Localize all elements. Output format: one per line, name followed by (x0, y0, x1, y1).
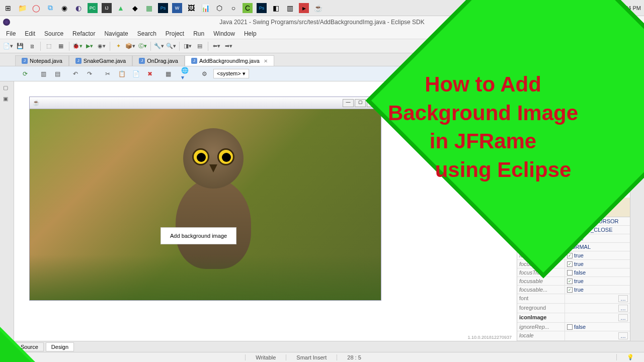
delete-button[interactable]: ✖ (145, 69, 155, 79)
new-package-button[interactable]: 📦▾ (125, 41, 135, 51)
opera-icon[interactable]: ◯ (31, 3, 41, 13)
app-icon[interactable]: ▦ (144, 3, 154, 13)
android-icon[interactable]: ▲ (116, 3, 126, 13)
background-image (30, 109, 381, 300)
save-button[interactable]: 💾 (15, 41, 25, 51)
editor-tab[interactable]: JSnakeGame.java (69, 55, 132, 66)
gutter-icon[interactable]: ▢ (3, 84, 11, 93)
version-text: 1.10.0.201812270937 (467, 335, 512, 340)
menu-search[interactable]: Search (133, 29, 160, 38)
property-row[interactable]: ignoreRep...false (517, 323, 630, 331)
property-row[interactable]: locale… (517, 331, 630, 341)
jframe-titlebar: ☕ — ▢ ✕ (30, 97, 381, 109)
property-row[interactable]: focusTrav...false (517, 268, 630, 277)
jlabel-component[interactable]: Add background image (160, 227, 236, 244)
app-icon[interactable]: C (243, 3, 253, 13)
menu-run[interactable]: Run (189, 29, 208, 38)
status-writable: Writable (245, 354, 286, 360)
word-icon[interactable]: W (172, 3, 182, 13)
refresh-button[interactable]: ⟳ (20, 69, 30, 79)
jframe-preview[interactable]: ☕ — ▢ ✕ (29, 97, 381, 301)
app-icon[interactable]: ▥ (285, 3, 295, 13)
save-all-button[interactable]: 🗎 (27, 41, 37, 51)
java-file-icon: J (139, 58, 145, 64)
menu-file[interactable]: File (2, 29, 20, 38)
run-button[interactable]: ▶▾ (85, 41, 95, 51)
status-position: 28 : 5 (337, 354, 371, 360)
menu-refactor[interactable]: Refactor (68, 29, 99, 38)
bulb-icon[interactable]: 💡 (616, 354, 644, 360)
app-icon[interactable]: ▸ (299, 3, 309, 13)
redo-button[interactable]: ↷ (85, 69, 95, 79)
app-icon[interactable]: ☕ (313, 3, 323, 13)
copy-button[interactable]: 📋 (117, 69, 127, 79)
overlay-corner (0, 327, 35, 362)
property-row[interactable]: iconImage… (517, 313, 630, 323)
paste-button[interactable]: 📄 (131, 69, 141, 79)
status-bar: Writable Smart Insert 28 : 5 💡 (0, 352, 644, 362)
java-file-icon: J (22, 58, 28, 64)
app-icon[interactable]: 🖼 (186, 3, 196, 13)
design-tab[interactable]: Design (46, 342, 74, 351)
debug-button[interactable]: 🐞▾ (72, 41, 83, 51)
forward-button[interactable]: ➡▾ (223, 41, 233, 51)
toolbar-button[interactable]: ▥ (38, 69, 48, 79)
toolbar-button[interactable]: ⬚ (44, 41, 54, 51)
toolbar-button[interactable]: ▦ (163, 69, 173, 79)
eclipse-icon[interactable]: ◐ (73, 3, 84, 13)
back-button[interactable]: ⬅▾ (211, 41, 221, 51)
undo-button[interactable]: ↶ (70, 69, 80, 79)
java-file-icon: J (75, 58, 82, 64)
toolbar-button[interactable]: ▤ (52, 69, 62, 79)
photoshop-icon[interactable]: Ps (158, 3, 168, 13)
editor-tab-active[interactable]: JAddBackgroundImg.java✕ (185, 55, 274, 66)
vscode-icon[interactable]: ⧉ (45, 3, 55, 13)
toolbar-button[interactable]: ✦ (113, 41, 123, 51)
menu-window[interactable]: Window (209, 29, 239, 38)
toolbar-button[interactable]: ▦ (56, 41, 66, 51)
toolbar-button[interactable]: ◉▾ (97, 41, 107, 51)
menu-help[interactable]: Help (240, 29, 261, 38)
minimize-icon[interactable]: — (343, 99, 354, 107)
bottom-tab-bar: Source Design (0, 341, 644, 352)
menu-navigate[interactable]: Navigate (100, 29, 132, 38)
editor-tab[interactable]: JOnDrag.java (132, 55, 185, 66)
close-tab-icon[interactable]: ✕ (264, 58, 268, 64)
overlay-title: How to Add Background Image in JFRame us… (357, 70, 609, 185)
explorer-icon[interactable]: 📁 (17, 3, 27, 13)
app-icon[interactable]: ◆ (130, 3, 140, 13)
menu-edit[interactable]: Edit (21, 29, 39, 38)
editor-tab[interactable]: JNotepad.java (15, 55, 69, 66)
app-icon[interactable]: Ps (257, 3, 267, 13)
gutter-icon[interactable]: ▣ (3, 96, 11, 104)
menu-project[interactable]: Project (162, 29, 188, 38)
new-button[interactable]: 📄▾ (3, 41, 13, 51)
globe-button[interactable]: 🌐▾ (181, 69, 191, 79)
app-icon[interactable]: 📊 (200, 3, 210, 13)
intellij-icon[interactable]: IJ (102, 3, 112, 13)
toolbar-button[interactable]: ◨▾ (183, 41, 193, 51)
pycharm-icon[interactable]: PC (88, 3, 98, 13)
gear-icon[interactable]: ⚙ (199, 69, 209, 79)
start-icon[interactable]: ⊞ (3, 3, 13, 13)
menu-source[interactable]: Source (40, 29, 67, 38)
app-icon[interactable]: ◧ (271, 3, 281, 13)
property-row[interactable]: font… (517, 294, 630, 304)
window-title: Java 2021 - Swing Programs/src/test/AddB… (219, 19, 425, 26)
chrome-icon[interactable]: ◉ (59, 3, 69, 13)
cut-button[interactable]: ✂ (103, 69, 113, 79)
property-row[interactable]: focusable✓true (517, 277, 630, 286)
new-class-button[interactable]: Ⓒ▾ (137, 41, 147, 51)
app-icon[interactable]: ⬡ (214, 3, 224, 13)
java-icon: ☕ (33, 100, 40, 107)
property-row[interactable]: focusable...✓true (517, 286, 630, 294)
java-file-icon: J (191, 58, 197, 64)
left-gutter: ▢ ▣ (0, 81, 14, 341)
search-button[interactable]: 🔍▾ (166, 41, 176, 51)
jframe-content[interactable]: Add background image (30, 109, 381, 300)
toolbar-button[interactable]: ▤ (195, 41, 205, 51)
property-row[interactable]: foreground… (517, 304, 630, 313)
app-icon[interactable]: ○ (228, 3, 238, 13)
toolbar-button[interactable]: 🔧▾ (154, 41, 164, 51)
system-dropdown[interactable]: <system> ▾ (213, 69, 249, 78)
